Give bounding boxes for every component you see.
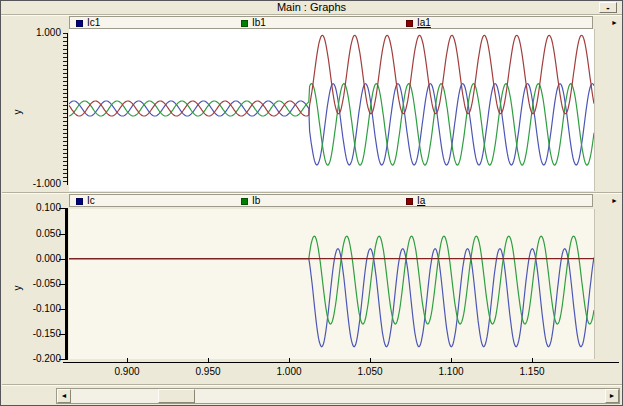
scroll-right-icon: ► bbox=[609, 392, 616, 399]
legend-item-Ic1[interactable]: Ic1 bbox=[76, 18, 100, 28]
y-tick-label: 0.000 bbox=[19, 254, 61, 264]
x-tick-mark bbox=[370, 358, 371, 362]
horizontal-scrollbar[interactable]: ◄ ► bbox=[56, 388, 620, 404]
x-tick-mark bbox=[451, 358, 452, 362]
legend-label: Ib1 bbox=[252, 18, 266, 28]
x-tick-label: 0.950 bbox=[186, 366, 230, 377]
legend-label: Ic bbox=[87, 196, 95, 206]
legend-label: Ic1 bbox=[87, 18, 100, 28]
trace-Ia1 bbox=[69, 35, 594, 116]
top-y-axis bbox=[67, 33, 68, 185]
legend-swatch-Ib bbox=[241, 198, 248, 205]
bottom-graph-legend: IcIbIa bbox=[69, 194, 593, 207]
top-plot-canvas bbox=[69, 29, 594, 191]
top-plot-area[interactable] bbox=[69, 29, 595, 191]
bottom-y-axis bbox=[65, 208, 68, 360]
y-tick-label: -0.200 bbox=[19, 354, 61, 364]
y-tick-label: -0.100 bbox=[19, 304, 61, 314]
scroll-left-icon: ◄ bbox=[61, 392, 68, 399]
y-tick-label: -0.150 bbox=[19, 329, 61, 339]
scrollbar-divider bbox=[2, 384, 622, 386]
legend-item-Ib1[interactable]: Ib1 bbox=[241, 18, 266, 28]
x-tick-mark bbox=[532, 358, 533, 362]
legend-label: Ia bbox=[417, 196, 425, 206]
y-tick-label: 1.000 bbox=[19, 28, 61, 38]
legend-item-Ia1[interactable]: Ia1 bbox=[406, 18, 431, 28]
x-tick-label: 1.050 bbox=[348, 366, 392, 377]
legend-label: Ia1 bbox=[417, 18, 431, 28]
top-y-axis-label: y bbox=[12, 103, 23, 115]
scrollbar-thumb[interactable] bbox=[158, 389, 195, 403]
x-tick-mark bbox=[127, 358, 128, 362]
legend-swatch-Ic1 bbox=[76, 20, 83, 27]
legend-item-Ib[interactable]: Ib bbox=[241, 196, 260, 206]
minimize-icon: - bbox=[606, 2, 609, 13]
y-tick-label: -1.000 bbox=[19, 179, 61, 189]
x-tick-label: 0.900 bbox=[105, 366, 149, 377]
bottom-legend-expand-icon[interactable]: ► bbox=[611, 195, 621, 206]
x-tick-label: 1.100 bbox=[429, 366, 473, 377]
legend-item-Ic[interactable]: Ic bbox=[76, 196, 95, 206]
x-tick-label: 1.150 bbox=[510, 366, 554, 377]
legend-swatch-Ib1 bbox=[241, 20, 248, 27]
scroll-right-button[interactable]: ► bbox=[605, 389, 619, 403]
x-tick-label: 1.000 bbox=[267, 366, 311, 377]
y-tick-label: 0.100 bbox=[19, 203, 61, 213]
legend-item-Ia[interactable]: Ia bbox=[406, 196, 425, 206]
x-tick-mark bbox=[208, 358, 209, 362]
bottom-plot-canvas bbox=[69, 209, 594, 359]
legend-label: Ib bbox=[252, 196, 260, 206]
x-tick-mark bbox=[289, 358, 290, 362]
scroll-left-button[interactable]: ◄ bbox=[57, 389, 71, 403]
minimize-button[interactable]: - bbox=[599, 2, 617, 13]
legend-swatch-Ic bbox=[76, 198, 83, 205]
window-title: Main : Graphs bbox=[1, 1, 622, 14]
y-tick-label: -0.050 bbox=[19, 279, 61, 289]
top-graph-legend: Ic1Ib1Ia1 bbox=[69, 16, 593, 29]
legend-swatch-Ia bbox=[406, 198, 413, 205]
top-legend-expand-icon[interactable]: ► bbox=[611, 17, 621, 28]
y-tick-label: 0.050 bbox=[19, 229, 61, 239]
legend-swatch-Ia1 bbox=[406, 20, 413, 27]
graphs-window: Main : Graphs - Ic1Ib1Ia1 ► y 1.000-1.00… bbox=[0, 0, 623, 406]
titlebar: Main : Graphs - bbox=[1, 1, 622, 15]
x-axis bbox=[63, 362, 619, 363]
bottom-plot-area[interactable] bbox=[69, 209, 595, 359]
